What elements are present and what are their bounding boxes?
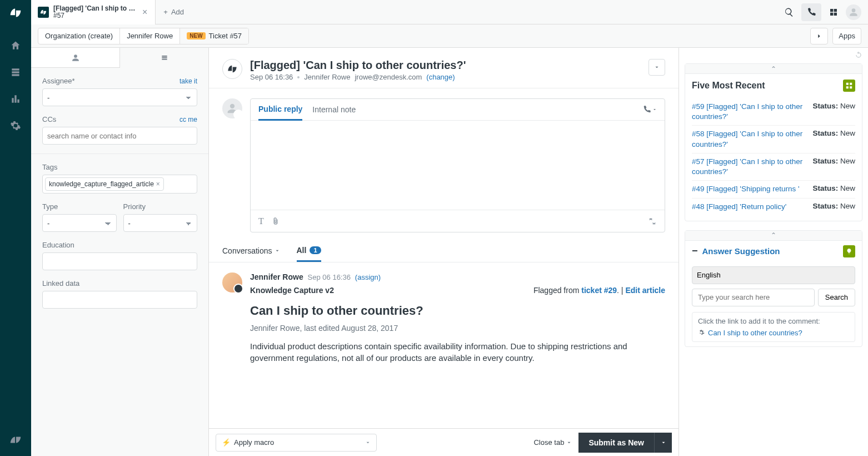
change-requester-link[interactable]: (change) — [426, 73, 455, 81]
nav-admin[interactable] — [0, 112, 31, 139]
recent-ticket-link[interactable]: #58 [Flagged] 'Can I ship to other count… — [692, 129, 807, 149]
footer-bar: ⚡Apply macro Close tab Submit as New — [209, 428, 679, 456]
tags-label: Tags — [42, 163, 197, 171]
user-avatar[interactable] — [846, 4, 861, 20]
reply-textarea[interactable] — [251, 121, 665, 210]
recent-ticket-item: #59 [Flagged] 'Can I ship to other count… — [692, 98, 855, 126]
add-label: Add — [171, 8, 184, 16]
ticket-tab-panel[interactable] — [120, 48, 208, 68]
nav-reporting[interactable] — [0, 86, 31, 112]
submit-button[interactable]: Submit as New — [578, 433, 654, 453]
priority-select[interactable]: - — [123, 214, 198, 232]
collapse-suggestion[interactable]: ⌃ — [685, 231, 862, 241]
chevron-down-icon — [566, 440, 572, 445]
collapse-recent[interactable]: ⌃ — [685, 64, 862, 74]
apps-grid-icon[interactable] — [824, 3, 844, 21]
submit-dropdown[interactable] — [654, 433, 672, 453]
apps-panel: ⌃ Five Most Recent #59 [Flagged] 'Can I … — [679, 48, 868, 456]
close-tab-button[interactable]: Close tab — [533, 438, 572, 447]
tab-label: [Flagged] 'Can I ship to o... #57 — [53, 5, 137, 19]
breadcrumb-ticket[interactable]: NEW Ticket #57 — [180, 28, 248, 44]
app-badge-icon — [843, 80, 855, 92]
conversations-dropdown[interactable]: Conversations — [222, 246, 280, 262]
recent-ticket-item: #58 [Flagged] 'Can I ship to other count… — [692, 126, 855, 153]
zendesk-footer-icon — [9, 434, 22, 456]
ticket-email: jrowe@zendesk.com — [355, 73, 422, 81]
expand-icon[interactable] — [648, 217, 657, 225]
ticket-requester: Jennifer Rowe — [304, 73, 350, 81]
minimize-icon[interactable]: − — [692, 245, 698, 257]
breadcrumb-user[interactable]: Jennifer Rowe — [120, 28, 180, 44]
article-body: Individual product descriptions contain … — [250, 340, 665, 364]
comment-time: Sep 06 16:36 — [308, 273, 351, 281]
ticket-actions-dropdown[interactable] — [648, 59, 665, 76]
ticket-date: Sep 06 16:36 — [250, 73, 293, 81]
tag-chip: knowledge_capture_flagged_article × — [45, 177, 164, 191]
topbar: [Flagged] 'Can I ship to o... #57 × + Ad… — [31, 0, 868, 24]
phone-icon[interactable] — [801, 3, 821, 21]
ticket-tab[interactable]: [Flagged] 'Can I ship to o... #57 × — [31, 0, 156, 24]
sidenav — [0, 0, 31, 456]
recent-ticket-link[interactable]: #59 [Flagged] 'Can I ship to other count… — [692, 102, 807, 122]
new-badge: NEW — [187, 32, 205, 39]
text-format-icon[interactable]: T — [258, 216, 264, 226]
internal-note-tab[interactable]: Internal note — [312, 100, 356, 120]
bulb-icon — [843, 245, 855, 257]
search-icon[interactable] — [779, 3, 799, 21]
next-ticket-button[interactable] — [810, 28, 828, 44]
subbar: Organization (create) Jennifer Rowe NEW … — [31, 24, 868, 48]
linked-data-input[interactable] — [42, 291, 197, 309]
conversation-item: Jennifer Rowe Sep 06 16:36 (assign) Know… — [209, 262, 679, 374]
suggestion-search-input[interactable] — [692, 289, 815, 306]
bolt-icon: ⚡ — [222, 438, 231, 447]
breadcrumb-org[interactable]: Organization (create) — [38, 28, 120, 44]
chevron-down-icon — [365, 440, 371, 445]
article-title: Can I ship to other countries? — [250, 304, 665, 318]
assignee-label: Assignee* — [42, 77, 75, 85]
channel-icon — [222, 59, 242, 79]
all-conversations-tab[interactable]: All 1 — [297, 246, 321, 262]
recent-ticket-item: #49 [Flagged] 'Shipping returns 'Status:… — [692, 181, 855, 198]
call-dropdown[interactable] — [642, 105, 657, 114]
nav-views[interactable] — [0, 59, 31, 86]
tab-close-icon[interactable]: × — [141, 7, 148, 17]
apps-button[interactable]: Apps — [832, 28, 861, 44]
attachment-icon[interactable] — [272, 217, 280, 226]
zendesk-logo-icon — [9, 7, 22, 19]
language-select[interactable]: English — [692, 266, 855, 284]
edit-article-link[interactable]: Edit article — [625, 286, 665, 295]
recent-ticket-link[interactable]: #48 [Flagged] 'Return policy' — [692, 202, 807, 212]
public-reply-tab[interactable]: Public reply — [258, 99, 302, 121]
assignee-select[interactable]: - — [42, 88, 197, 106]
take-it-link[interactable]: take it — [179, 77, 197, 85]
cc-me-link[interactable]: cc me — [179, 116, 197, 123]
ticket-tab-icon — [38, 7, 49, 18]
assign-link[interactable]: (assign) — [355, 273, 381, 281]
ticket-link[interactable]: ticket #29 — [581, 286, 617, 295]
recent-ticket-item: #48 [Flagged] 'Return policy'Status: New — [692, 199, 855, 215]
apply-macro-button[interactable]: ⚡Apply macro — [216, 434, 377, 452]
recent-ticket-status: Status: New — [812, 184, 855, 194]
add-tab-button[interactable]: + Add — [156, 8, 192, 16]
ccs-input[interactable] — [42, 127, 197, 145]
gear-icon[interactable] — [698, 329, 705, 336]
nav-home[interactable] — [0, 32, 31, 59]
suggestion-hint: Click the link to add it to the comment: — [698, 317, 849, 325]
suggestion-search-button[interactable]: Search — [818, 289, 855, 306]
answer-suggestion-title[interactable]: Answer Suggestion — [702, 246, 839, 256]
chevron-down-icon — [275, 248, 280, 254]
recent-ticket-link[interactable]: #49 [Flagged] 'Shipping returns ' — [692, 184, 807, 194]
user-tab[interactable] — [31, 48, 120, 67]
commenter-avatar — [222, 272, 242, 293]
priority-label: Priority — [123, 202, 198, 211]
recent-ticket-link[interactable]: #57 [Flagged] 'Can I ship to other count… — [692, 157, 807, 177]
recent-ticket-status: Status: New — [812, 129, 855, 149]
ticket-title: [Flagged] 'Can I ship to other countries… — [250, 59, 641, 72]
ticket-fields-panel: Assignee* take it - CCs cc me — [31, 48, 209, 456]
suggestion-link[interactable]: Can I ship to other countries? — [708, 329, 802, 337]
education-input[interactable] — [42, 252, 197, 270]
refresh-icon[interactable] — [855, 51, 862, 59]
recent-ticket-item: #57 [Flagged] 'Can I ship to other count… — [692, 153, 855, 181]
tag-remove-icon[interactable]: × — [156, 180, 160, 188]
type-select[interactable]: - — [42, 214, 117, 232]
